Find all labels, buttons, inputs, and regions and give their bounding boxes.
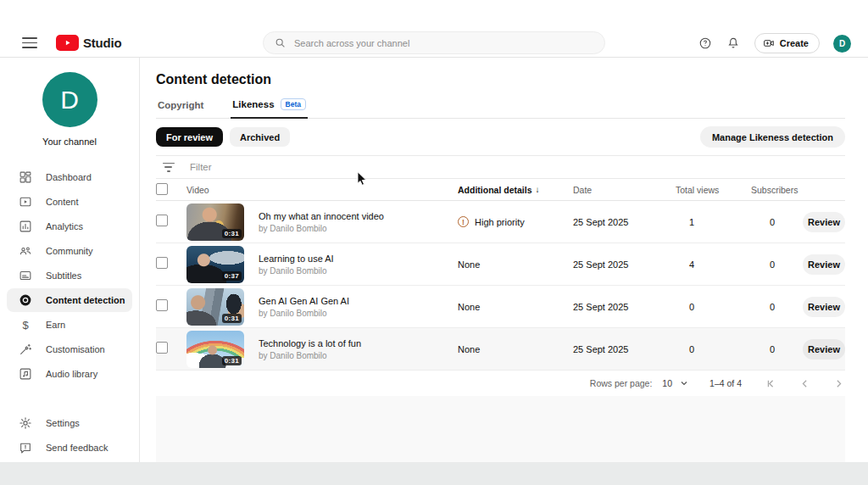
sidebar-item-label: Analytics bbox=[46, 221, 83, 231]
main-content: Content detection Copyright Likeness Bet… bbox=[141, 58, 868, 462]
review-button[interactable]: Review bbox=[803, 212, 845, 232]
video-duration-badge: 0:31 bbox=[222, 314, 242, 323]
youtube-studio-app: Studio Create D D Your channel bbox=[0, 0, 868, 485]
search-input[interactable] bbox=[294, 38, 593, 48]
create-label: Create bbox=[780, 38, 809, 48]
date-value: 25 Sept 2025 bbox=[573, 302, 676, 312]
video-title[interactable]: Learning to use AI bbox=[259, 254, 458, 264]
sidebar-item-send-feedback[interactable]: Send feedback bbox=[7, 436, 132, 460]
video-title[interactable]: Gen AI Gen AI Gen AI bbox=[259, 296, 458, 306]
youtube-play-icon bbox=[56, 35, 79, 51]
video-thumbnail[interactable]: 0:31 bbox=[186, 203, 244, 241]
video-title[interactable]: Oh my what an innocent video bbox=[259, 211, 458, 221]
tab-copyright-label: Copyright bbox=[158, 100, 203, 110]
sidebar-item-settings[interactable]: Settings bbox=[7, 411, 132, 435]
search-bar[interactable] bbox=[263, 31, 605, 54]
table-header: Video Additional details ↓ Date Total vi… bbox=[156, 179, 845, 201]
content-icon bbox=[19, 195, 32, 209]
sidebar-item-label: Community bbox=[46, 246, 93, 256]
sidebar-item-audio-library[interactable]: Audio library bbox=[7, 362, 132, 386]
date-value: 25 Sept 2025 bbox=[573, 259, 676, 270]
tab-likeness-label: Likeness bbox=[232, 99, 274, 109]
sidebar-item-community[interactable]: Community bbox=[7, 239, 132, 263]
row-checkbox[interactable] bbox=[156, 257, 168, 269]
sidebar-item-analytics[interactable]: Analytics bbox=[7, 215, 132, 238]
additional-details-value: None bbox=[458, 344, 480, 354]
dashboard-icon bbox=[19, 170, 32, 184]
review-state-chips: For review Archived bbox=[156, 127, 290, 147]
sidebar-item-content-detection[interactable]: Content detection bbox=[7, 288, 132, 312]
select-all-checkbox[interactable] bbox=[156, 183, 168, 195]
create-button[interactable]: Create bbox=[754, 33, 820, 53]
sidebar-item-customisation[interactable]: Customisation bbox=[7, 337, 132, 361]
channel-block: D Your channel bbox=[0, 58, 139, 147]
manage-likeness-detection-button[interactable]: Manage Likeness detection bbox=[700, 126, 845, 148]
first-page-button[interactable] bbox=[764, 376, 777, 390]
account-avatar[interactable]: D bbox=[833, 35, 851, 53]
content-detection-icon bbox=[19, 293, 32, 307]
review-button[interactable]: Review bbox=[803, 339, 845, 360]
community-icon bbox=[19, 244, 32, 258]
video-duration-badge: 0:31 bbox=[222, 356, 242, 365]
beta-badge: Beta bbox=[281, 98, 306, 110]
high-priority-icon: ! bbox=[458, 216, 469, 227]
total-views-value: 0 bbox=[676, 344, 751, 354]
page-title: Content detection bbox=[156, 71, 845, 88]
tab-likeness[interactable]: Likeness Beta bbox=[231, 98, 308, 119]
hamburger-icon[interactable] bbox=[22, 37, 37, 48]
filter-bar[interactable] bbox=[156, 155, 845, 179]
sidebar-item-label: Content detection bbox=[46, 295, 125, 305]
table-row: 0:31 Technology is a lot of fun by Danil… bbox=[156, 328, 845, 371]
video-thumbnail[interactable]: 0:31 bbox=[186, 288, 244, 326]
video-author: by Danilo Bombilo bbox=[259, 351, 458, 360]
studio-logo[interactable]: Studio bbox=[56, 35, 121, 51]
search-icon bbox=[275, 37, 286, 48]
video-title[interactable]: Technology is a lot of fun bbox=[259, 338, 458, 348]
window-bottom-strip bbox=[0, 462, 868, 485]
row-checkbox[interactable] bbox=[156, 299, 168, 311]
chip-archived[interactable]: Archived bbox=[230, 127, 290, 147]
video-author: by Danilo Bombilo bbox=[259, 309, 458, 318]
create-icon bbox=[763, 37, 775, 49]
tab-copyright[interactable]: Copyright bbox=[156, 98, 205, 118]
sidebar-item-earn[interactable]: $ Earn bbox=[7, 313, 132, 337]
total-views-value: 0 bbox=[676, 302, 751, 312]
video-thumbnail[interactable]: 0:37 bbox=[186, 246, 244, 283]
header-additional-details-label: Additional details bbox=[458, 185, 532, 195]
review-button[interactable]: Review bbox=[803, 254, 845, 275]
table-row: 0:31 Oh my what an innocent video by Dan… bbox=[156, 201, 845, 243]
rows-per-page-select[interactable]: 10 bbox=[662, 378, 689, 388]
header-video: Video bbox=[186, 185, 259, 195]
analytics-icon bbox=[19, 220, 32, 233]
previous-page-button[interactable] bbox=[798, 376, 811, 390]
sidebar-item-content[interactable]: Content bbox=[7, 190, 132, 214]
sidebar-item-dashboard[interactable]: Dashboard bbox=[7, 165, 132, 189]
pagination-bar: Rows per page: 10 1–4 of 4 bbox=[156, 371, 845, 396]
subscribers-value: 0 bbox=[751, 217, 803, 227]
chip-for-review[interactable]: For review bbox=[156, 127, 223, 147]
next-page-button[interactable] bbox=[832, 376, 845, 390]
filter-input[interactable] bbox=[190, 162, 444, 172]
feedback-icon bbox=[19, 441, 32, 454]
channel-avatar[interactable]: D bbox=[42, 72, 97, 127]
filter-icon bbox=[162, 163, 175, 172]
row-checkbox[interactable] bbox=[156, 342, 168, 354]
header-additional-details[interactable]: Additional details ↓ bbox=[458, 185, 573, 195]
table-row: 0:31 Gen AI Gen AI Gen AI by Danilo Bomb… bbox=[156, 286, 845, 328]
sidebar: D Your channel Dashboard Content Analyti… bbox=[0, 58, 140, 462]
row-checkbox[interactable] bbox=[156, 215, 168, 226]
review-button[interactable]: Review bbox=[803, 297, 845, 317]
total-views-value: 1 bbox=[676, 217, 751, 227]
pagination-range: 1–4 of 4 bbox=[709, 378, 742, 388]
sidebar-item-subtitles[interactable]: Subtitles bbox=[7, 264, 132, 287]
video-thumbnail[interactable]: 0:31 bbox=[186, 331, 244, 368]
logo-text: Studio bbox=[83, 36, 121, 50]
subscribers-value: 0 bbox=[751, 344, 803, 354]
help-icon[interactable] bbox=[698, 36, 713, 51]
header-subscribers: Subscribers bbox=[751, 185, 803, 195]
sidebar-item-label: Dashboard bbox=[46, 172, 92, 182]
table-row: 0:37 Learning to use AI by Danilo Bombil… bbox=[156, 243, 845, 286]
date-value: 25 Sept 2025 bbox=[573, 344, 676, 354]
bell-icon[interactable] bbox=[726, 36, 741, 51]
chevron-down-icon bbox=[679, 378, 689, 388]
